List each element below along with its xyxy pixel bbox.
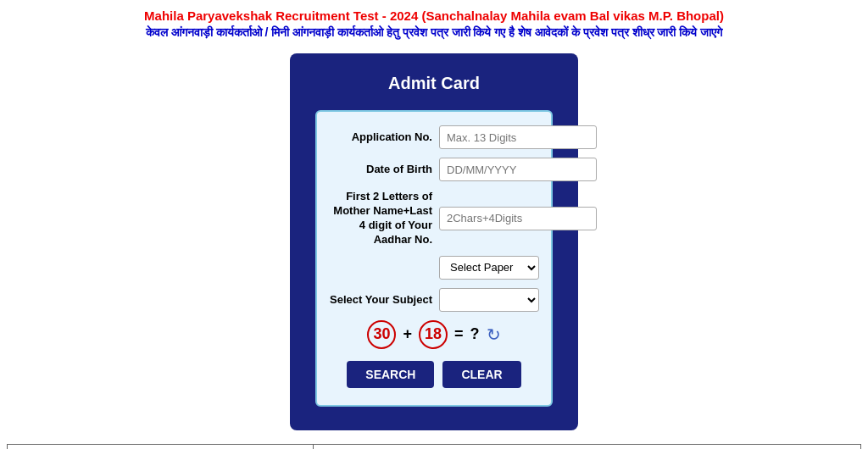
application-no-label: Application No. (329, 130, 439, 145)
admit-card-section: Admit Card Application No. Date of Birth… (0, 45, 868, 439)
select-paper-dropdown[interactable]: Select Paper (439, 256, 539, 280)
dob-input[interactable] (439, 158, 597, 181)
button-row: SEARCH CLEAR (329, 361, 539, 388)
paper-code-table: Paper Code Details Aआंगनवाड़ी कार्यकर्ता… (7, 444, 861, 449)
dob-label: Date of Birth (329, 163, 439, 177)
select-subject-label: Select Your Subject (329, 293, 439, 306)
captcha-question: ? (470, 325, 480, 343)
header: Mahila Paryavekshak Recruitment Test - 2… (0, 0, 868, 45)
dob-row: Date of Birth (329, 158, 539, 181)
table-header-row: Paper Code Details (8, 444, 861, 449)
captcha-eq: = (454, 325, 464, 343)
captcha-num1: 30 (367, 320, 396, 349)
admit-card: Admit Card Application No. Date of Birth… (290, 53, 578, 430)
table-col-details: Details (314, 444, 861, 449)
bottom-table-section: Paper Code Details Aआंगनवाड़ी कार्यकर्ता… (0, 439, 868, 449)
mother-aadhar-row: First 2 Letters of Mother Name+Last 4 di… (329, 190, 539, 247)
application-no-row: Application No. (329, 125, 539, 149)
mother-aadhar-input[interactable] (439, 207, 597, 230)
captcha-num2: 18 (419, 320, 448, 349)
clear-button[interactable]: CLEAR (442, 361, 520, 388)
captcha-op: + (403, 325, 412, 343)
search-button[interactable]: SEARCH (347, 361, 434, 388)
select-subject-dropdown[interactable] (439, 288, 539, 312)
admit-card-title: Admit Card (315, 74, 553, 93)
captcha-refresh-icon[interactable]: ↻ (487, 324, 501, 345)
application-no-input[interactable] (439, 125, 597, 149)
mother-aadhar-label: First 2 Letters of Mother Name+Last 4 di… (329, 190, 439, 247)
header-line2: केवल आंगनवाड़ी कार्यकर्ताओ / मिनी आंगनवा… (17, 25, 851, 40)
header-line1: Mahila Paryavekshak Recruitment Test - 2… (17, 8, 851, 23)
select-subject-row: Select Your Subject (329, 288, 539, 312)
form-box: Application No. Date of Birth First 2 Le… (315, 110, 553, 407)
captcha-row: 30 + 18 = ? ↻ (329, 320, 539, 349)
select-paper-row: Select Paper (329, 256, 539, 280)
table-col-paper-code: Paper Code (8, 444, 314, 449)
